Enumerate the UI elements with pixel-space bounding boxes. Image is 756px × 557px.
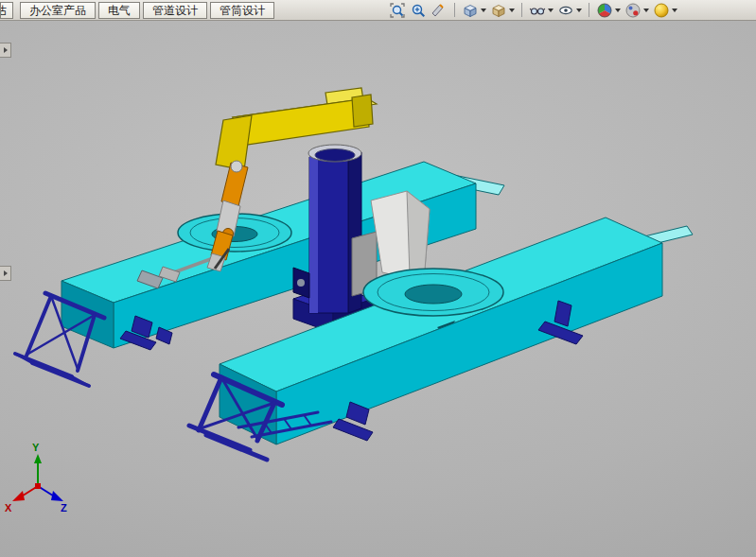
dropdown-arrow[interactable] [615, 9, 621, 12]
zoom-to-area-icon[interactable] [409, 1, 428, 20]
tab-piping-design[interactable]: 管道设计 [143, 2, 207, 19]
apply-scene-icon[interactable] [624, 1, 650, 20]
tab-piping-design-label: 管道设计 [152, 4, 198, 17]
triad-y-label: Y [32, 442, 40, 453]
triad-z-label: Z [61, 502, 67, 513]
chevron-right-icon [4, 270, 8, 276]
graphics-viewport[interactable]: Y X Z [0, 21, 756, 557]
hide-show-items-icon[interactable] [528, 1, 554, 20]
dropdown-arrow[interactable] [576, 9, 582, 12]
edit-appearance-icon[interactable] [595, 1, 622, 20]
tab-office-products-label: 办公室产品 [29, 4, 86, 17]
dropdown-arrow[interactable] [509, 9, 515, 12]
tab-tubing-design[interactable]: 管筒设计 [210, 2, 274, 19]
orientation-triad: Y X Z [5, 442, 67, 513]
tab-office-products[interactable]: 办公室产品 [20, 2, 96, 19]
feature-tree-expand-arrow-top[interactable] [0, 43, 11, 58]
render-options-icon[interactable] [652, 1, 678, 20]
view-settings-icon[interactable] [556, 1, 583, 20]
heads-up-view-toolbar [388, 1, 756, 20]
dropdown-arrow[interactable] [481, 9, 486, 12]
toolbar-separator [589, 3, 589, 17]
section-view-icon[interactable] [430, 1, 448, 20]
triad-x-label: X [5, 502, 12, 513]
dropdown-arrow[interactable] [672, 9, 677, 12]
command-manager-bar: 估 办公室产品 电气 管道设计 管筒设计 [0, 0, 756, 21]
zoom-to-fit-icon[interactable] [388, 1, 407, 20]
tab-evaluate-partial[interactable]: 估 [0, 2, 13, 19]
tab-evaluate-label: 估 [0, 3, 7, 18]
viewport-3d-model: Y X Z [0, 21, 756, 557]
feature-tree-expand-arrow-middle[interactable] [0, 266, 11, 281]
tab-tubing-design-label: 管筒设计 [220, 4, 265, 17]
toolbar-separator [454, 3, 455, 17]
tab-electrical-label: 电气 [108, 4, 131, 17]
dropdown-arrow[interactable] [548, 9, 554, 12]
chevron-right-icon [4, 47, 8, 53]
view-orientation-icon[interactable] [461, 1, 487, 20]
tab-electrical[interactable]: 电气 [98, 2, 140, 19]
toolbar-separator [521, 3, 522, 17]
display-style-icon[interactable] [489, 1, 516, 20]
cad-application-window: 估 办公室产品 电气 管道设计 管筒设计 [0, 0, 756, 557]
dropdown-arrow[interactable] [643, 9, 649, 12]
